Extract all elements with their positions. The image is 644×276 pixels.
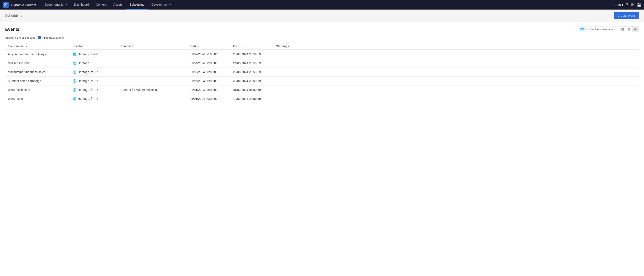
cell-end: 01/03/2024 04:59:59 [230, 85, 274, 94]
cell-locales: 🌐Heritage, fr-FR [70, 94, 118, 103]
locale-text: Heritage, fr-FR [78, 88, 98, 92]
nav-item-documentation[interactable]: Documentation ▾ [41, 0, 70, 10]
locale-cell: 🌐Heritage [73, 61, 115, 65]
col-header-warnings: Warnings [274, 43, 639, 50]
nav-item-scheduling[interactable]: Scheduling [126, 0, 148, 10]
sort-icon-end: ▲ [240, 45, 242, 48]
hide-past-events-label[interactable]: Hide past events [38, 36, 64, 39]
help-icon[interactable]: ? [626, 3, 628, 7]
cell-comment [118, 77, 187, 85]
nav-item-development-label: Development [151, 3, 169, 6]
col-locales-label: Locales [73, 45, 83, 48]
chevron-down-icon: ▾ [170, 4, 171, 6]
nav-item-dashboard[interactable]: Dashboard [70, 0, 92, 10]
locale-globe-icon: 🌐 [73, 79, 76, 83]
cell-start: 23/01/2024 00:00:00 [187, 94, 230, 103]
view-toggle: ▤ ▦ ☰ [619, 27, 639, 32]
col-end-label: End [233, 45, 238, 48]
table-row[interactable]: Mid summer madness sales🌐Heritage, fr-FR… [5, 68, 639, 77]
table-header: Event name ▲ Locales Comment Start ▲ End… [5, 43, 639, 50]
nav-item-scheduling-label: Scheduling [130, 3, 144, 6]
filter-row: Showing 1-6 of 6 results Hide past event… [5, 36, 639, 39]
settings-icon[interactable]: ⚙ [630, 3, 634, 7]
hide-past-events-text: Hide past events [43, 36, 64, 39]
col-header-start[interactable]: Start ▲ [187, 43, 230, 50]
cell-end: 28/06/2024 23:59:59 [230, 68, 274, 77]
locale-text: Heritage, fr-FR [78, 79, 98, 83]
table-row[interactable]: Winter collection🌐Heritage, fr-FRContent… [5, 85, 639, 94]
locale-cell: 🌐Heritage, fr-FR [73, 70, 115, 74]
col-header-event-name[interactable]: Event name ▲ [5, 43, 70, 50]
locale-cell: 🌐Heritage, fr-FR [73, 88, 115, 92]
top-nav: Dynamic Content Documentation ▾ Dashboar… [0, 0, 644, 10]
nav-item-content-label: Content [96, 3, 106, 6]
table-row[interactable]: Summer sales campaign🌐Heritage, fr-FR01/… [5, 77, 639, 85]
locale-cell: 🌐Heritage, fr-FR [73, 53, 115, 56]
view-list-button[interactable]: ▦ [626, 27, 632, 32]
sort-icon-start: ▲ [198, 45, 200, 48]
cell-end: 24/05/2024 23:59:59 [230, 59, 274, 68]
time-display: 11:36 [613, 3, 621, 7]
sort-icon-event-name: ▲ [25, 45, 28, 48]
cell-comment [118, 94, 187, 103]
globe-icon: 🌐 [580, 27, 584, 31]
page-content: Events 🌐 Locale filters Heritage ▾ ▤ ▦ ☰ [0, 22, 644, 108]
nav-item-dashboard-label: Dashboard [74, 3, 89, 6]
nav-item-assets[interactable]: Assets [110, 0, 126, 10]
cell-warnings [274, 68, 639, 77]
nav-time: 11:36 ▾ [613, 3, 623, 7]
cell-event-name: Mid season sale [5, 59, 70, 68]
locale-globe-icon: 🌐 [73, 97, 76, 100]
cell-locales: 🌐Heritage, fr-FR [70, 77, 118, 85]
sub-header: Scheduling Create event [0, 10, 644, 22]
col-event-name-label: Event name [8, 45, 24, 48]
events-header-right: 🌐 Locale filters Heritage ▾ ▤ ▦ ☰ [578, 26, 639, 32]
col-header-locales: Locales [70, 43, 118, 50]
cell-start: 01/04/2024 00:00:00 [187, 59, 230, 68]
compact-view-icon: ▤ [621, 28, 624, 31]
nav-item-assets-label: Assets [114, 3, 122, 6]
table-row[interactable]: All you need for the holidays🌐Heritage, … [5, 50, 639, 59]
cell-start: 01/01/2024 05:00:00 [187, 85, 230, 94]
view-compact-button[interactable]: ▤ [619, 27, 626, 32]
nav-item-documentation-label: Documentation [45, 3, 65, 6]
nav-items: Documentation ▾ Dashboard Content Assets… [41, 0, 613, 10]
cell-comment: Content for Winter collection [118, 85, 187, 94]
cell-comment [118, 68, 187, 77]
locale-text: Heritage, fr-FR [78, 53, 98, 56]
locale-text: Heritage, fr-FR [78, 70, 98, 74]
col-warnings-label: Warnings [276, 45, 289, 48]
locale-globe-icon: 🌐 [73, 61, 76, 65]
table-header-row: Event name ▲ Locales Comment Start ▲ End… [5, 43, 639, 50]
save-icon[interactable]: 💾 [637, 3, 642, 7]
hide-past-events-checkbox[interactable] [38, 36, 41, 39]
table-row[interactable]: Winter sale🌐Heritage, fr-FR23/01/2024 00… [5, 94, 639, 103]
time-chevron-icon: ▾ [622, 3, 623, 7]
cell-start: 01/07/2024 00:00:00 [187, 50, 230, 59]
col-header-comment: Comment [118, 43, 187, 50]
cell-warnings [274, 85, 639, 94]
cell-comment [118, 59, 187, 68]
create-event-button[interactable]: Create event [614, 12, 639, 19]
cell-locales: 🌐Heritage, fr-FR [70, 50, 118, 59]
cell-event-name: Winter collection [5, 85, 70, 94]
nav-item-content[interactable]: Content [92, 0, 110, 10]
cell-start: 01/05/2024 00:00:00 [187, 68, 230, 77]
col-comment-label: Comment [120, 45, 134, 48]
table-row[interactable]: Mid season sale🌐Heritage01/04/2024 00:00… [5, 59, 639, 68]
col-start-label: Start [190, 45, 196, 48]
cell-warnings [274, 59, 639, 68]
view-detail-button[interactable]: ☰ [632, 27, 638, 32]
locale-globe-icon: 🌐 [73, 53, 76, 56]
locale-text: Heritage, fr-FR [78, 97, 98, 100]
col-header-end[interactable]: End ▲ [230, 43, 274, 50]
cell-end: 19/02/2024 23:59:59 [230, 94, 274, 103]
cell-event-name: All you need for the holidays [5, 50, 70, 59]
nav-item-development[interactable]: Development ▾ [148, 0, 175, 10]
chevron-down-icon: ▾ [66, 4, 67, 6]
locale-filters-dropdown[interactable]: 🌐 Locale filters Heritage ▾ [578, 26, 617, 32]
cell-locales: 🌐Heritage, fr-FR [70, 85, 118, 94]
locale-globe-icon: 🌐 [73, 70, 76, 74]
events-title: Events [5, 27, 20, 32]
cell-event-name: Winter sale [5, 94, 70, 103]
